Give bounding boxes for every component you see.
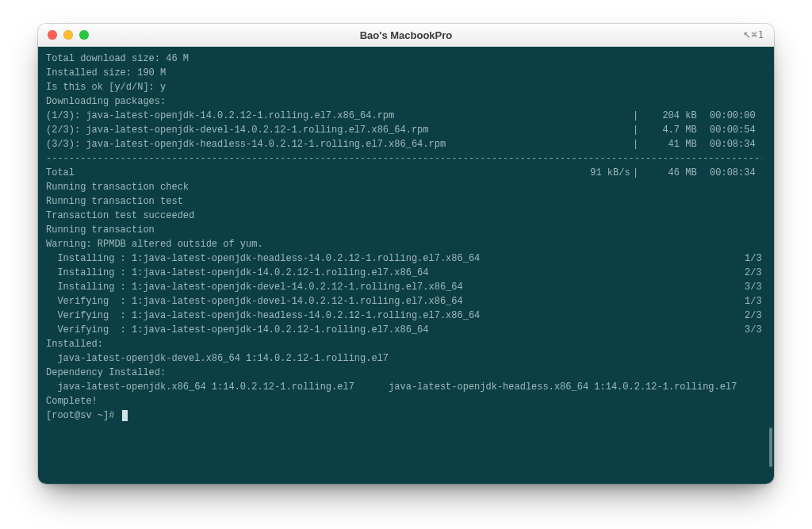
terminal-line: Dependency Installed: bbox=[46, 366, 762, 380]
terminal-line: Downloading packages: bbox=[46, 94, 762, 109]
download-row: (2/3): java-latest-openjdk-devel-14.0.2.… bbox=[46, 123, 762, 137]
minimize-icon[interactable] bbox=[63, 30, 73, 40]
traffic-lights bbox=[38, 30, 89, 40]
terminal-line: Installed size: 190 M bbox=[46, 66, 762, 80]
close-icon[interactable] bbox=[48, 30, 57, 40]
transaction-step: Installing : 1:java-latest-openjdk-headl… bbox=[46, 251, 762, 266]
prompt-text: [root@sv ~]# bbox=[46, 408, 121, 423]
terminal-line: java-latest-openjdk-devel.x86_64 1:14.0.… bbox=[46, 351, 762, 366]
terminal-line: Running transaction test bbox=[46, 194, 762, 209]
terminal-line: java-latest-openjdk.x86_64 1:14.0.2.12-1… bbox=[46, 380, 762, 394]
horizontal-rule: ----------------------------------------… bbox=[46, 151, 762, 166]
transaction-step: Verifying : 1:java-latest-openjdk-14.0.2… bbox=[46, 323, 762, 337]
terminal-line: Total download size: 46 M bbox=[46, 52, 762, 66]
shortcut-hint: ↖⌘1 bbox=[743, 29, 774, 41]
shell-prompt[interactable]: [root@sv ~]# bbox=[46, 408, 762, 423]
terminal-line: Warning: RPMDB altered outside of yum. bbox=[46, 237, 762, 251]
terminal-window: Bao's MacbookPro ↖⌘1 Total download size… bbox=[38, 24, 774, 484]
total-row: Total91 kB/s| 46 MB 00:08:34 bbox=[46, 166, 762, 180]
window-title: Bao's MacbookPro bbox=[38, 29, 774, 41]
terminal-line: Is this ok [y/d/N]: y bbox=[46, 80, 762, 94]
terminal-line: Installed: bbox=[46, 337, 762, 351]
terminal-body[interactable]: Total download size: 46 MInstalled size:… bbox=[38, 47, 774, 484]
scrollbar[interactable] bbox=[770, 47, 774, 484]
titlebar[interactable]: Bao's MacbookPro ↖⌘1 bbox=[38, 24, 774, 47]
terminal-line: Running transaction check bbox=[46, 180, 762, 194]
download-row: (1/3): java-latest-openjdk-14.0.2.12-1.r… bbox=[46, 109, 762, 123]
download-row: (3/3): java-latest-openjdk-headless-14.0… bbox=[46, 137, 762, 151]
terminal-line: Running transaction bbox=[46, 223, 762, 237]
transaction-step: Verifying : 1:java-latest-openjdk-devel-… bbox=[46, 294, 762, 309]
transaction-step: Installing : 1:java-latest-openjdk-devel… bbox=[46, 280, 762, 294]
zoom-icon[interactable] bbox=[79, 30, 89, 40]
scrollbar-thumb[interactable] bbox=[769, 427, 772, 467]
transaction-step: Installing : 1:java-latest-openjdk-14.0.… bbox=[46, 266, 762, 280]
terminal-line: Transaction test succeeded bbox=[46, 209, 762, 223]
cursor-icon bbox=[122, 410, 128, 421]
transaction-step: Verifying : 1:java-latest-openjdk-headle… bbox=[46, 309, 762, 323]
terminal-line: Complete! bbox=[46, 394, 762, 408]
